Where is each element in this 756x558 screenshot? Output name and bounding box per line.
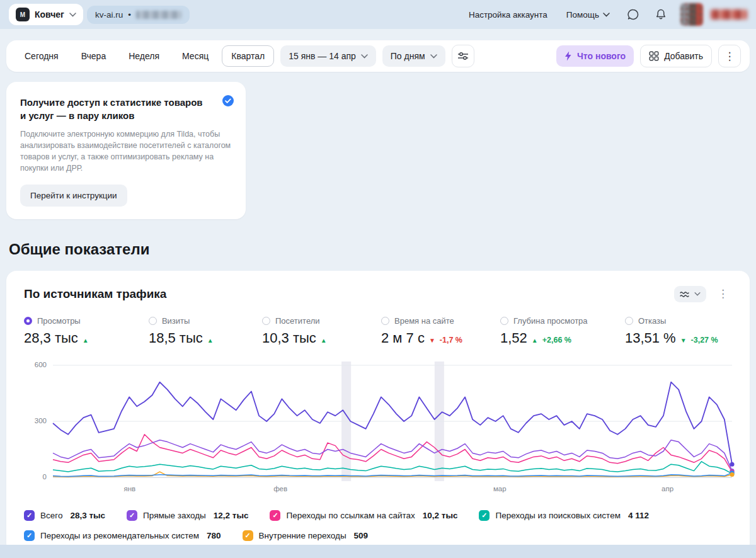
metric-глубина-просмотра[interactable]: Глубина просмотра1,52▲+2,66 % [500,316,619,346]
legend-item-переходы-из-рекомендательных-систем[interactable]: ✓Переходы из рекомендательных систем780 [24,530,221,541]
chart-more-menu-button[interactable]: ⋮ [714,286,732,302]
metric-визиты[interactable]: Визиты18,5 тыс▲ [149,316,256,346]
metric-value: 28,3 тыс▲ [24,330,142,346]
chat-icon [627,8,639,21]
metric-radio[interactable] [500,317,508,325]
legend-checkbox[interactable]: ✓ [243,530,253,541]
filter-settings-button[interactable] [452,45,474,67]
traffic-chart[interactable]: 0300600 [24,362,732,481]
legend-checkbox[interactable]: ✓ [127,510,137,521]
period-tab-месяц[interactable]: Месяц [173,45,218,67]
traffic-chart-svg[interactable] [53,362,732,481]
chart-type-select[interactable] [674,286,706,302]
account-settings-link[interactable]: Настройка аккаунта [461,5,555,25]
promo-instruction-button[interactable]: Перейти к инструкции [20,185,127,207]
y-axis-label: 300 [24,417,47,424]
chevron-down-icon [361,54,368,59]
legend-label: Внутренние переходы [259,531,346,540]
chevron-down-icon [603,13,610,17]
legend-label: Прямые заходы [143,511,206,520]
check-circle-icon [222,94,234,110]
legend-checkbox[interactable]: ✓ [479,510,490,521]
metric-radio[interactable] [262,317,270,325]
metric-value: 10,3 тыс▲ [262,330,375,346]
granularity-label: По дням [391,51,425,61]
help-menu[interactable]: Помощь [559,5,617,25]
chevron-down-icon [69,13,76,17]
blurred-site-name [136,11,181,19]
site-separator: • [128,10,131,20]
site-domain-pill[interactable]: kv-ai.ru • [87,6,190,24]
user-avatar[interactable] [680,3,703,26]
bell-icon [655,8,667,21]
topbar: М Ковчег kv-ai.ru • Настройка аккаунта П… [0,0,756,29]
legend-checkbox[interactable]: ✓ [24,530,35,541]
metric-radio[interactable] [149,317,157,325]
legend-value: 4 112 [628,511,649,520]
metric-radio[interactable] [381,317,389,325]
add-button[interactable]: Добавить [640,45,712,67]
metric-radio[interactable] [625,317,633,325]
period-tab-квартал[interactable]: Квартал [222,45,274,67]
promo-body: Подключите электронную коммерцию для Til… [20,128,232,174]
trend-arrow-icon: ▲ [83,337,89,344]
legend-item-прямые-заходы[interactable]: ✓Прямые заходы12,2 тыс [127,510,248,521]
metric-label: Посетители [275,316,320,326]
y-axis-label: 600 [24,361,47,368]
legend-item-внутренние-переходы[interactable]: ✓Внутренние переходы509 [243,530,369,541]
add-label: Добавить [664,51,703,61]
promo-title: Получите доступ к статистике товаров и у… [20,96,232,122]
legend-value: 12,2 тыс [214,511,249,520]
metric-radio[interactable] [24,317,32,325]
notifications-button[interactable] [649,4,673,25]
trend-arrow-icon: ▲ [207,337,214,344]
legend-checkbox[interactable]: ✓ [270,510,280,521]
legend-value: 780 [207,531,221,540]
metric-label: Глубина просмотра [513,316,588,326]
period-tabs: СегодняВчераНеделяМесяцКвартал [15,45,274,67]
x-axis-label: янв [123,485,135,493]
period-tab-неделя[interactable]: Неделя [119,45,169,67]
wave-lines-icon [680,290,691,298]
metric-время-на-сайте[interactable]: Время на сайте2 м 7 с▼-1,7 % [381,316,494,346]
trend-arrow-icon: ▼ [429,337,435,344]
section-title: Общие показатели [9,241,756,258]
legend-label: Переходы из рекомендательных систем [40,531,199,540]
whats-new-label: Что нового [577,51,626,61]
next-section-band [0,545,756,558]
metric-label: Визиты [162,316,190,326]
whats-new-button[interactable]: Что нового [556,45,634,67]
trend-arrow-icon: ▲ [321,337,327,344]
toolbar: СегодняВчераНеделяМесяцКвартал 15 янв — … [6,40,750,72]
legend-item-переходы-из-поисковых-систем[interactable]: ✓Переходы из поисковых систем4 112 [479,510,649,521]
legend-value: 509 [354,531,369,540]
date-range-select[interactable]: 15 янв — 14 апр [280,45,376,67]
metric-delta: -1,7 % [440,336,462,344]
granularity-select[interactable]: По дням [382,45,445,67]
legend-item-переходы-по-ссылкам-на-сайтах[interactable]: ✓Переходы по ссылкам на сайтах10,2 тыс [270,510,457,521]
metric-отказы[interactable]: Отказы13,51 %▼-3,27 % [625,316,732,346]
y-axis-label: 0 [24,473,47,481]
chat-button[interactable] [621,4,645,25]
kebab-icon: ⋮ [718,288,728,300]
site-domain: kv-ai.ru [95,10,123,20]
metric-посетители[interactable]: Посетители10,3 тыс▲ [262,316,375,346]
metric-просмотры[interactable]: Просмотры28,3 тыс▲ [24,316,142,346]
sliders-icon [457,51,469,61]
more-menu-button[interactable]: ⋮ [718,45,741,67]
legend-label: Всего [40,511,62,520]
metric-value: 2 м 7 с▼-1,7 % [381,330,494,346]
legend-label: Переходы по ссылкам на сайтах [286,511,415,520]
trend-arrow-icon: ▼ [680,337,687,344]
x-axis-labels: янвфевмарапр [53,485,732,498]
period-tab-вчера[interactable]: Вчера [72,45,116,67]
chart-legend: ✓Всего28,3 тыс✓Прямые заходы12,2 тыс✓Пер… [24,510,732,541]
period-tab-сегодня[interactable]: Сегодня [15,45,68,67]
legend-checkbox[interactable]: ✓ [24,510,35,521]
counter-name: Ковчег [35,9,64,20]
yandex-metrica-dashboard: М Ковчег kv-ai.ru • Настройка аккаунта П… [0,0,756,558]
grid-icon [649,51,659,61]
counter-selector[interactable]: М Ковчег [9,4,83,25]
metric-label: Отказы [638,316,666,326]
legend-item-всего[interactable]: ✓Всего28,3 тыс [24,510,105,521]
